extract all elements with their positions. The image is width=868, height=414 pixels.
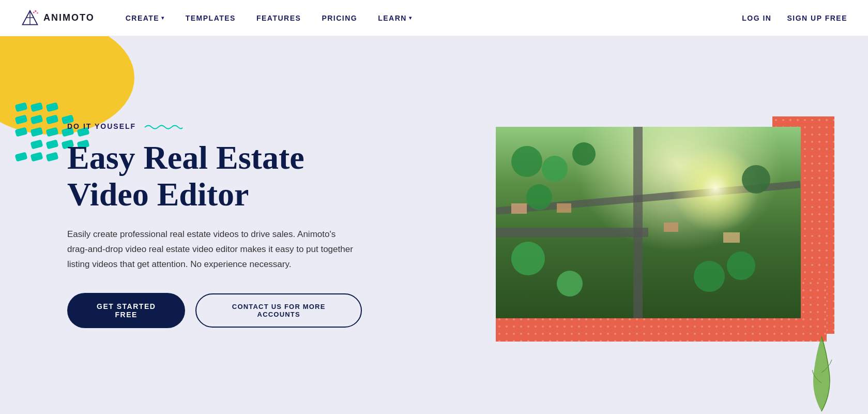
signup-link[interactable]: SIGN UP FREE	[787, 14, 847, 22]
get-started-button[interactable]: GET STARTED FREE	[67, 293, 185, 328]
chevron-down-icon: ▾	[161, 15, 165, 21]
login-link[interactable]: LOG IN	[742, 14, 771, 22]
green-leaf-decoration	[801, 331, 842, 414]
squiggle-decoration	[142, 122, 184, 130]
hero-aerial-image	[496, 127, 801, 318]
nav-pricing[interactable]: PRICING	[322, 14, 357, 22]
svg-point-4	[37, 12, 38, 13]
nav-features[interactable]: FEATURES	[256, 14, 301, 22]
hero-image-wrapper	[496, 127, 816, 323]
hero-title: Easy Real Estate Video Editor	[67, 140, 362, 213]
nav-learn[interactable]: LEARN ▾	[378, 14, 412, 22]
header: ANIMOTO CREATE ▾ TEMPLATES FEATURES PRIC…	[0, 0, 868, 36]
hero-content: DO IT YOUSELF Easy Real Estate Video Edi…	[0, 122, 362, 328]
hero-section: DO IT YOUSELF Easy Real Estate Video Edi…	[0, 36, 868, 414]
header-auth: LOG IN SIGN UP FREE	[742, 14, 847, 22]
main-nav: CREATE ▾ TEMPLATES FEATURES PRICING LEAR…	[126, 14, 742, 22]
svg-point-5	[33, 11, 35, 13]
diy-label: DO IT YOUSELF	[67, 122, 362, 130]
contact-us-button[interactable]: CONTACT US FOR MORE ACCOUNTS	[195, 293, 362, 328]
nav-templates[interactable]: TEMPLATES	[186, 14, 236, 22]
hero-description: Easily create professional real estate v…	[67, 227, 357, 272]
hero-image-area	[496, 127, 816, 323]
nav-create[interactable]: CREATE ▾	[126, 14, 165, 22]
animoto-logo-icon	[21, 9, 39, 27]
chevron-down-icon: ▾	[409, 15, 413, 21]
logo-text: ANIMOTO	[43, 12, 95, 23]
hero-buttons: GET STARTED FREE CONTACT US FOR MORE ACC…	[67, 293, 362, 328]
logo[interactable]: ANIMOTO	[21, 9, 95, 27]
svg-point-3	[35, 10, 37, 12]
